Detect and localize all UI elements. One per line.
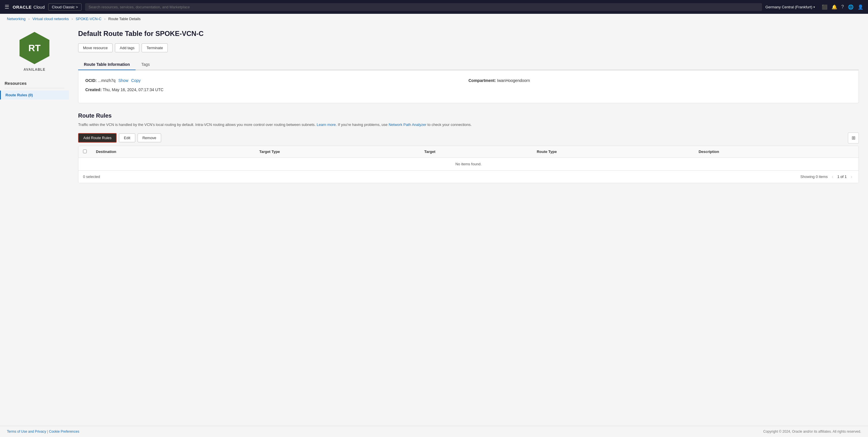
cloud-text: Cloud xyxy=(33,5,44,9)
info-col-left: OCID: ...mnzh7q Show Copy Created: Thu, … xyxy=(85,77,468,96)
compartment-name: IwanHoogendoorn xyxy=(497,78,530,83)
terms-link[interactable]: Terms of Use and Privacy xyxy=(7,430,46,434)
route-rules-description: Traffic within the VCN is handled by the… xyxy=(78,122,859,128)
select-all-col xyxy=(79,146,91,158)
created-row: Created: Thu, May 16, 2024, 07:17:34 UTC xyxy=(85,87,468,93)
main-content: Default Route Table for SPOKE-VCN-C Move… xyxy=(69,24,868,426)
ocid-show-link[interactable]: Show xyxy=(118,78,128,83)
desc-text-3: to check your connections. xyxy=(427,122,472,127)
help-icon[interactable]: ? xyxy=(841,4,844,9)
target-col-header: Target xyxy=(420,146,532,158)
table-actions: Add Route Rules Edit Remove xyxy=(78,133,161,143)
hamburger-menu-icon[interactable]: ☰ xyxy=(5,4,9,10)
ocid-copy-link[interactable]: Copy xyxy=(131,78,141,83)
showing-label: Showing 0 items xyxy=(800,175,828,179)
add-tags-button[interactable]: Add tags xyxy=(115,43,139,52)
tabs: Route Table Information Tags xyxy=(78,59,859,70)
breadcrumb-sep-3: › xyxy=(104,17,105,21)
page-info: 1 of 1 xyxy=(837,175,847,179)
top-navigation: ☰ ORACLE Cloud Cloud Classic > Germany C… xyxy=(0,0,868,14)
sidebar-divider xyxy=(5,88,64,88)
page-title: Default Route Table for SPOKE-VCN-C xyxy=(78,30,859,38)
table-actions-row: Add Route Rules Edit Remove ⊞ xyxy=(78,133,859,143)
rt-letters: RT xyxy=(28,43,41,54)
destination-col-header: Destination xyxy=(91,146,255,158)
globe-icon[interactable]: 🌐 xyxy=(848,4,854,10)
oracle-logo: ORACLE Cloud xyxy=(13,5,45,9)
info-two-col: OCID: ...mnzh7q Show Copy Created: Thu, … xyxy=(85,77,851,96)
table-header-row: Destination Target Type Target Route Typ… xyxy=(79,146,859,158)
breadcrumb-current: Route Table Details xyxy=(108,17,141,21)
breadcrumb-vcn[interactable]: Virtual cloud networks xyxy=(32,17,69,21)
nav-icons: ⬛ 🔔 ? 🌐 👤 xyxy=(822,4,863,10)
route-rules-title: Route Rules xyxy=(78,112,859,119)
ocid-value: ...mnzh7q xyxy=(98,78,116,83)
add-route-rules-button[interactable]: Add Route Rules xyxy=(78,133,117,143)
rt-icon-wrapper: RT AVAILABLE xyxy=(0,31,69,76)
cookie-preferences-link[interactable]: Cookie Preferences xyxy=(49,430,79,434)
prev-page-button[interactable]: ‹ xyxy=(830,174,835,180)
info-col-right: Compartment: IwanHoogendoorn xyxy=(468,77,851,96)
ocid-label: OCID: xyxy=(85,78,97,83)
description-col-header: Description xyxy=(694,146,859,158)
footer-left: Terms of Use and Privacy | Cookie Prefer… xyxy=(7,430,79,434)
info-card: OCID: ...mnzh7q Show Copy Created: Thu, … xyxy=(78,70,859,103)
selected-count: 0 selected xyxy=(83,175,100,179)
action-buttons: Move resource Add tags Terminate xyxy=(78,43,859,52)
desc-part2: If you're having problems, use xyxy=(338,122,388,127)
select-all-checkbox[interactable] xyxy=(83,149,87,153)
breadcrumb-sep-2: › xyxy=(71,17,73,21)
compartment-label: Compartment: xyxy=(468,78,496,83)
region-label: Germany Central (Frankfurt) xyxy=(766,5,812,9)
search-input[interactable] xyxy=(85,3,762,11)
resources-title: Resources xyxy=(0,76,69,88)
breadcrumb-sep-1: › xyxy=(28,17,30,21)
desc-text-1: Traffic within the VCN is handled by the… xyxy=(78,122,316,127)
region-selector[interactable]: Germany Central (Frankfurt) ▾ xyxy=(766,5,815,9)
remove-button[interactable]: Remove xyxy=(137,134,161,142)
rt-hexagon: RT xyxy=(17,31,52,65)
learn-more-link[interactable]: Learn more. xyxy=(317,122,337,127)
footer-copyright: Copyright © 2024, Oracle and/or its affi… xyxy=(763,430,861,434)
route-rules-table-section: Add Route Rules Edit Remove ⊞ Destinatio… xyxy=(78,133,859,183)
network-path-analyzer-link-text[interactable]: Network Path Analyzer xyxy=(389,122,427,127)
grid-columns-icon-button[interactable]: ⊞ xyxy=(848,133,859,143)
cloud-classic-button[interactable]: Cloud Classic > xyxy=(48,3,82,11)
sidebar: RT AVAILABLE Resources Route Rules (0) xyxy=(0,24,69,426)
terminal-icon[interactable]: ⬛ xyxy=(822,4,828,10)
tab-route-table-information[interactable]: Route Table Information xyxy=(78,59,135,70)
sidebar-item-route-rules[interactable]: Route Rules (0) xyxy=(0,91,69,99)
target-type-col-header: Target Type xyxy=(255,146,420,158)
route-rules-table: Destination Target Type Target Route Typ… xyxy=(79,146,859,171)
status-badge: AVAILABLE xyxy=(24,67,45,71)
compartment-row: Compartment: IwanHoogendoorn xyxy=(468,77,851,84)
next-page-button[interactable]: › xyxy=(849,174,854,180)
breadcrumb: Networking › Virtual cloud networks › SP… xyxy=(0,14,868,24)
table-footer: 0 selected Showing 0 items ‹ 1 of 1 › xyxy=(79,171,859,183)
user-avatar-icon[interactable]: 👤 xyxy=(858,4,863,10)
route-rules-table-wrapper: Destination Target Type Target Route Typ… xyxy=(78,146,859,183)
no-items-cell: No items found. xyxy=(79,157,859,170)
edit-button[interactable]: Edit xyxy=(119,134,135,142)
breadcrumb-vcn-name[interactable]: SPOKE-VCN-C xyxy=(75,17,101,21)
oracle-text: ORACLE xyxy=(13,5,32,9)
ocid-row: OCID: ...mnzh7q Show Copy xyxy=(85,77,468,84)
no-items-row: No items found. xyxy=(79,157,859,170)
move-resource-button[interactable]: Move resource xyxy=(78,43,113,52)
tab-tags[interactable]: Tags xyxy=(135,59,156,70)
created-date: Thu, May 16, 2024, 07:17:34 UTC xyxy=(102,87,163,92)
pagination: Showing 0 items ‹ 1 of 1 › xyxy=(800,174,854,180)
page-footer: Terms of Use and Privacy | Cookie Prefer… xyxy=(0,426,868,437)
route-type-col-header: Route Type xyxy=(532,146,694,158)
breadcrumb-networking[interactable]: Networking xyxy=(7,17,26,21)
terminate-button[interactable]: Terminate xyxy=(142,43,168,52)
created-label: Created: xyxy=(85,87,102,92)
chevron-down-icon: ▾ xyxy=(813,5,815,9)
bell-icon[interactable]: 🔔 xyxy=(832,4,837,10)
